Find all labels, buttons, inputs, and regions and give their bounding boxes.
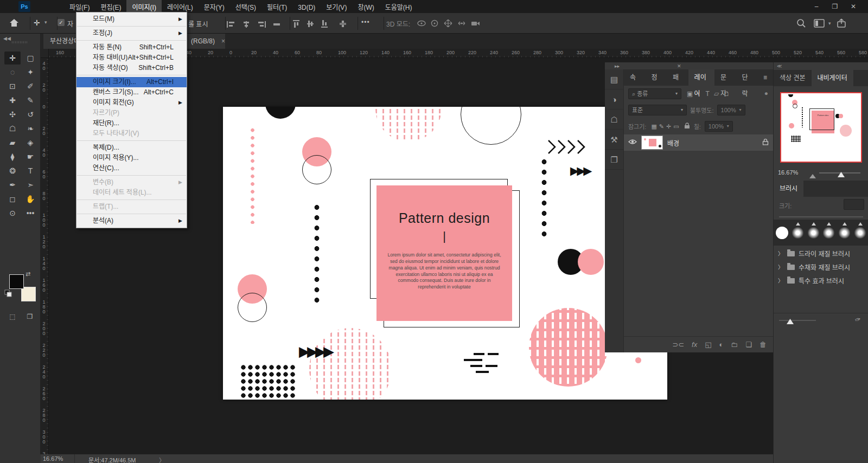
menu-item[interactable]: 캔버스 크기(S)...Alt+Ctrl+C xyxy=(76,87,187,98)
menu-item[interactable]: 분석(A)▶ xyxy=(76,216,187,226)
navigator-zoom-thumb[interactable] xyxy=(838,170,845,179)
menu-item[interactable]: 자동 대비(U)Alt+Shift+Ctrl+L xyxy=(76,53,187,63)
brush-size-slider[interactable] xyxy=(779,216,863,217)
tool-button[interactable]: ❧ xyxy=(22,122,39,135)
filter-toggle-icon[interactable]: ⚫ xyxy=(764,91,769,98)
3d-zoom-camera-icon[interactable] xyxy=(471,20,481,29)
more-options-button[interactable]: ••• xyxy=(361,18,370,26)
brush-size-field[interactable] xyxy=(844,199,864,210)
lock-option-icon[interactable]: ▦ xyxy=(651,123,656,130)
lock-option-icon[interactable]: ✛ xyxy=(666,123,671,130)
layer-filter-icon[interactable]: 🗋 xyxy=(723,90,730,98)
tool-button[interactable]: ☛ xyxy=(22,150,39,163)
align-bottom-icon[interactable] xyxy=(321,20,328,30)
tool-button[interactable]: ✚ xyxy=(4,94,21,107)
toolbar-grip[interactable] xyxy=(12,41,28,43)
lock-option-icon[interactable]: ✎ xyxy=(659,123,664,130)
default-colors-icon[interactable] xyxy=(4,290,12,299)
brush-preset[interactable] xyxy=(853,222,867,243)
close-button[interactable]: ✕ xyxy=(844,0,863,13)
tool-button[interactable]: ✐ xyxy=(22,80,39,93)
tool-button[interactable]: ➣ xyxy=(22,178,39,191)
brush-preset[interactable] xyxy=(775,222,789,243)
menubar-item[interactable]: 문자(Y) xyxy=(199,0,230,14)
menubar-item[interactable]: 보기(V) xyxy=(321,0,352,14)
collapsed-panel-icon[interactable]: ▤ xyxy=(605,69,623,89)
tool-button[interactable]: ••• xyxy=(22,207,39,220)
layer-filter-icon[interactable]: ▣ xyxy=(687,90,693,98)
swap-colors-icon[interactable]: ⇄ xyxy=(25,271,30,278)
tool-button[interactable]: ✋ xyxy=(22,192,39,205)
layer-filter-kind-dropdown[interactable]: ⌕ 종류 ▾ xyxy=(628,88,681,99)
tool-button[interactable]: ✎ xyxy=(22,94,39,107)
panel-group-close-icon[interactable]: ✕ xyxy=(677,63,681,69)
layer-filter-icon[interactable]: ◐ xyxy=(697,90,701,98)
menubar-item[interactable]: 도움말(H) xyxy=(380,0,418,14)
brush-footer-slider[interactable] xyxy=(779,320,816,321)
quick-mask-icon[interactable]: ⬚ xyxy=(4,310,21,323)
tool-button[interactable]: T xyxy=(22,164,39,177)
tab-brushes[interactable]: 브러시 xyxy=(774,181,803,197)
layers-footer-icon[interactable]: ◱ xyxy=(705,340,711,349)
ruler-origin-corner[interactable] xyxy=(41,49,49,58)
screen-mode-icon[interactable]: ❐ xyxy=(22,310,38,323)
menu-item[interactable]: 연산(C)... xyxy=(76,163,187,173)
foreground-color-swatch[interactable] xyxy=(9,274,24,289)
layer-filter-icon[interactable]: ▱ xyxy=(714,90,719,98)
folder-chevron-icon[interactable]: 〉 xyxy=(778,249,783,258)
menu-item[interactable]: 자동 색상(O)Shift+Ctrl+B xyxy=(76,63,187,73)
artboard[interactable]: ▶▶▶ Pattern design | Lorem ipsum dolor s… xyxy=(223,107,667,400)
opacity-field[interactable]: 100%▾ xyxy=(717,105,745,115)
tab-문자[interactable]: 문자 xyxy=(714,69,736,86)
tab-정보[interactable]: 정보 xyxy=(646,69,667,86)
tool-button[interactable]: ◻ xyxy=(4,192,21,205)
restore-button[interactable]: ❐ xyxy=(826,0,844,13)
lock-option-icon[interactable]: ▭ xyxy=(673,123,679,130)
layers-footer-icon[interactable]: 🗑 xyxy=(760,340,767,349)
folder-chevron-icon[interactable]: 〉 xyxy=(778,276,783,285)
layer-row-background[interactable]: 배경 xyxy=(624,134,773,151)
align-top-icon[interactable] xyxy=(293,20,299,30)
menu-item[interactable]: 자동 톤(N)Shift+Ctrl+L xyxy=(76,42,187,53)
3d-pan-icon[interactable] xyxy=(444,20,452,29)
blend-mode-dropdown[interactable]: 표준▾ xyxy=(628,105,687,115)
brush-preset[interactable] xyxy=(790,222,805,243)
tool-preset-chevron-icon[interactable]: ▾ xyxy=(44,20,47,25)
brush-preset[interactable] xyxy=(806,222,821,243)
tool-button[interactable]: ✦ xyxy=(22,66,39,79)
navigator-thumbnail[interactable]: Pattern des xyxy=(780,92,862,163)
menu-item[interactable]: 재단(R)... xyxy=(76,118,187,128)
tool-button[interactable]: ↺ xyxy=(22,108,39,121)
collapsed-panel-icon[interactable]: ⚒ xyxy=(605,130,623,150)
tool-button[interactable]: ◌ xyxy=(4,66,21,79)
menubar-item[interactable]: 선택(S) xyxy=(230,0,261,14)
home-icon[interactable] xyxy=(9,17,20,30)
layer-filter-icon[interactable]: T xyxy=(706,90,710,98)
navigator-zoomout-icon[interactable] xyxy=(809,171,816,181)
fill-field[interactable]: 100%▾ xyxy=(705,121,733,132)
expand-panels-icon[interactable]: ▸▸ xyxy=(615,63,620,69)
panel-menu-icon[interactable]: ≡ xyxy=(757,69,773,86)
brush-preset[interactable] xyxy=(837,222,852,243)
tab-속성[interactable]: 속성 xyxy=(624,69,646,86)
align-middle-icon[interactable] xyxy=(307,20,314,30)
search-icon[interactable] xyxy=(796,18,806,30)
menu-item[interactable]: 이미지 크기(I)...Alt+Ctrl+I xyxy=(76,77,187,87)
layer-thumbnail[interactable] xyxy=(641,136,663,150)
vertical-ruler[interactable]: 4020020406080100120140160180200220240260… xyxy=(41,58,49,454)
layers-footer-icon[interactable]: ◐ xyxy=(719,340,723,349)
layers-footer-icon[interactable]: ⊃⊂ xyxy=(672,340,684,349)
collapse-toolbar-icon[interactable]: ◀◀ xyxy=(3,36,11,41)
align-right-icon[interactable] xyxy=(257,20,266,30)
tab-색상 견본[interactable]: 색상 견본 xyxy=(774,70,812,86)
layer-visibility-eye-icon[interactable] xyxy=(628,139,637,146)
distribute-h-icon[interactable] xyxy=(272,20,281,30)
layers-footer-icon[interactable]: fx xyxy=(692,340,697,349)
menu-item[interactable]: 이미지 적용(Y)... xyxy=(76,153,187,163)
collapse-dock-icon[interactable]: ≪ xyxy=(777,63,782,69)
layers-footer-icon[interactable]: ❏ xyxy=(745,340,752,349)
tool-button[interactable]: ◈ xyxy=(22,136,39,149)
brush-stroke-icon[interactable]: ✑ xyxy=(854,315,862,325)
folder-chevron-icon[interactable]: 〉 xyxy=(778,263,783,271)
document-tab-close-icon[interactable]: × xyxy=(221,34,225,49)
